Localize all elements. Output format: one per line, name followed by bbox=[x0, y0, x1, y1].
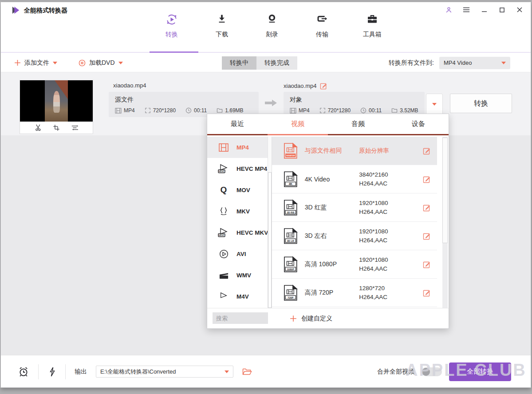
output-format-select[interactable]: MP4 Video bbox=[439, 57, 510, 69]
preset-item-720p[interactable]: 720P 高清 720P 1280*720H264,AAC bbox=[272, 279, 437, 307]
tab-converting[interactable]: 转换中 bbox=[222, 56, 256, 70]
tab-toolbox-label: 工具箱 bbox=[363, 31, 382, 39]
maximize-button[interactable] bbox=[498, 6, 506, 14]
create-custom-button[interactable]: 创建自定义 bbox=[290, 308, 332, 329]
format-scrollbar-thumb[interactable] bbox=[268, 172, 272, 308]
load-dvd-label: 加载DVD bbox=[89, 59, 115, 67]
dvd-icon bbox=[79, 59, 86, 67]
format-item-avi[interactable]: AVI bbox=[207, 243, 272, 264]
preset-popup: 最近 视频 音频 设备 MP4 HEVC HEVC MP4 Q MOV bbox=[207, 114, 449, 329]
thumbnail-toolbar bbox=[20, 122, 93, 134]
edit-preset-icon[interactable] bbox=[423, 260, 431, 268]
account-icon[interactable] bbox=[445, 6, 453, 14]
resolution-icon bbox=[319, 107, 326, 114]
format-label: WMV bbox=[236, 272, 251, 279]
m4v-format-icon bbox=[217, 292, 230, 301]
preset-dropdown-button[interactable] bbox=[426, 94, 443, 115]
converter-window: 全能格式转换器 bbox=[0, 2, 531, 388]
edit-preset-icon[interactable] bbox=[423, 204, 431, 212]
mkv-format-icon bbox=[217, 207, 230, 216]
3d-lr-preset-icon: 3D LR bbox=[284, 228, 298, 244]
svg-text:1080P: 1080P bbox=[287, 268, 294, 270]
tab-recent[interactable]: 最近 bbox=[207, 114, 268, 135]
minimize-button[interactable] bbox=[480, 6, 488, 14]
format-item-hevc-mp4[interactable]: HEVC HEVC MP4 bbox=[207, 158, 272, 179]
tab-convert[interactable]: 转换 bbox=[150, 13, 194, 42]
transfer-icon bbox=[315, 13, 329, 28]
app-title: 全能格式转换器 bbox=[24, 7, 67, 15]
format-item-mov[interactable]: Q MOV bbox=[207, 179, 272, 201]
tab-download-label: 下载 bbox=[216, 31, 228, 39]
effects-icon[interactable] bbox=[71, 124, 79, 131]
plus-icon bbox=[290, 315, 297, 322]
tab-audio[interactable]: 音频 bbox=[328, 114, 388, 135]
target-resolution: 720*1280 bbox=[319, 107, 351, 114]
film-icon bbox=[115, 108, 122, 114]
menu-icon[interactable] bbox=[462, 6, 470, 14]
preset-list-scrollbar[interactable] bbox=[442, 137, 448, 328]
crop-icon[interactable] bbox=[53, 124, 60, 131]
add-file-caret-icon[interactable] bbox=[53, 62, 57, 64]
target-duration: 00:11 bbox=[360, 107, 382, 114]
hardware-accel-icon[interactable] bbox=[47, 366, 56, 377]
format-item-wmv[interactable]: WMV bbox=[207, 264, 272, 286]
format-item-hevc-mkv[interactable]: HEVC HEVC MKV bbox=[207, 222, 272, 243]
close-button[interactable] bbox=[516, 6, 524, 14]
tab-transfer[interactable]: 传输 bbox=[300, 13, 344, 42]
preset-name: 高清 1080P bbox=[305, 260, 359, 268]
tab-device[interactable]: 设备 bbox=[388, 114, 449, 135]
nav-underline bbox=[1, 52, 531, 53]
output-path-caret-icon bbox=[225, 370, 229, 373]
edit-preset-icon[interactable] bbox=[423, 147, 431, 155]
add-file-label: 添加文件 bbox=[24, 59, 49, 67]
preset-item-4k[interactable]: 4K 4K Video 3840*2160H264,AAC bbox=[272, 165, 437, 193]
preset-item-source[interactable]: source 与源文件相同 原始分辨率 bbox=[272, 137, 437, 165]
edit-preset-icon[interactable] bbox=[423, 175, 431, 183]
search-input[interactable] bbox=[213, 312, 268, 324]
preset-item-3d-rb[interactable]: 3D RB 3D 红蓝 1920*1080H264,AAC bbox=[272, 193, 437, 222]
tab-toolbox[interactable]: 工具箱 bbox=[350, 13, 394, 42]
download-icon bbox=[216, 13, 228, 28]
svg-text:3D LR: 3D LR bbox=[287, 239, 294, 242]
convert-all-button[interactable]: 全部转换 bbox=[449, 362, 511, 381]
format-item-m4v[interactable]: M4V bbox=[207, 286, 272, 307]
merge-videos-toggle[interactable] bbox=[422, 367, 442, 376]
open-folder-icon[interactable] bbox=[242, 368, 252, 376]
edit-preset-icon[interactable] bbox=[423, 289, 431, 297]
nav-underline-active bbox=[150, 51, 198, 53]
preset-scrollbar-thumb[interactable] bbox=[442, 138, 448, 243]
folder-small-icon bbox=[217, 108, 223, 113]
convert-icon bbox=[165, 13, 178, 28]
format-item-mkv[interactable]: MKV bbox=[207, 201, 272, 222]
preset-codec: H264,AAC bbox=[359, 208, 423, 217]
video-frame bbox=[45, 80, 68, 122]
format-list-scrollbar[interactable] bbox=[268, 137, 272, 308]
format-label: HEVC MKV bbox=[236, 229, 268, 236]
footer-divider bbox=[38, 364, 39, 379]
tab-finished[interactable]: 转换完成 bbox=[256, 56, 297, 70]
output-path-select[interactable]: E:\全能格式转换器\Converted bbox=[96, 366, 233, 378]
tab-download[interactable]: 下载 bbox=[200, 13, 244, 42]
tab-burn[interactable]: 刻录 bbox=[250, 13, 294, 42]
schedule-icon[interactable] bbox=[18, 366, 29, 378]
preset-codec: H264,AAC bbox=[359, 264, 423, 273]
load-dvd-caret-icon[interactable] bbox=[118, 62, 123, 64]
rename-icon[interactable] bbox=[320, 82, 327, 90]
format-item-mp4[interactable]: MP4 bbox=[207, 137, 272, 158]
3d-rb-preset-icon: 3D RB bbox=[284, 199, 298, 216]
load-dvd-button[interactable]: 加载DVD bbox=[79, 53, 123, 72]
source-size: 1.69MB bbox=[217, 107, 243, 114]
create-custom-label: 创建自定义 bbox=[301, 315, 332, 323]
target-filename: xiaodao.mp4 bbox=[284, 83, 316, 89]
merge-videos-label: 合并全部视频 bbox=[377, 368, 414, 376]
film-icon bbox=[290, 108, 296, 114]
preset-item-3d-lr[interactable]: 3D LR 3D 左右 1920*1080H264,AAC bbox=[272, 222, 437, 250]
toggle-knob bbox=[422, 368, 430, 376]
edit-preset-icon[interactable] bbox=[423, 232, 431, 240]
tab-video[interactable]: 视频 bbox=[268, 114, 328, 135]
trim-icon[interactable] bbox=[35, 124, 42, 131]
preset-item-1080p[interactable]: 1080P 高清 1080P 1920*1080H264,AAC bbox=[272, 250, 437, 279]
convert-row-button[interactable]: 转换 bbox=[450, 94, 512, 113]
preset-resolution: 1280*720 bbox=[359, 284, 423, 293]
add-file-button[interactable]: 添加文件 bbox=[14, 53, 57, 72]
